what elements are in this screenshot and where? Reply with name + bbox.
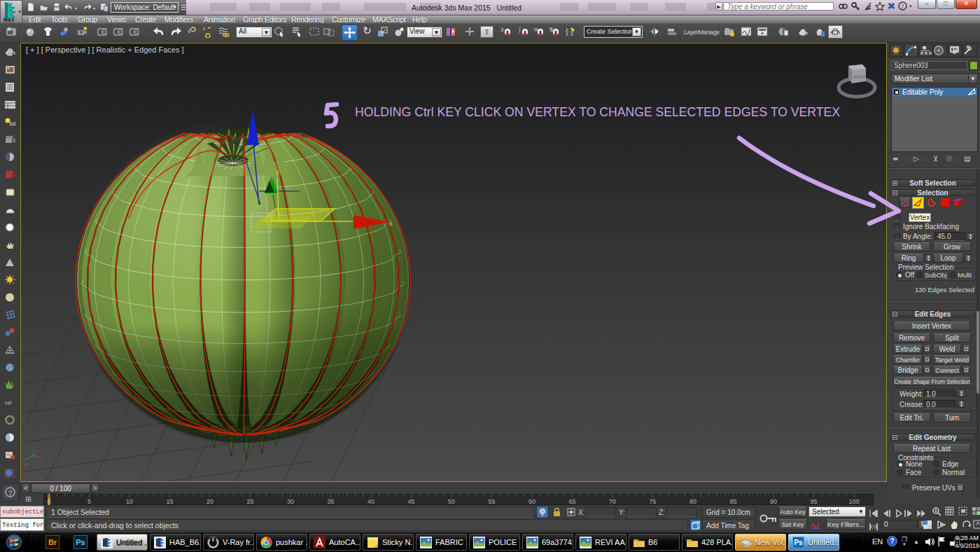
svg-text:x: x: [24, 462, 27, 468]
svg-text:50: 50: [448, 498, 455, 505]
svg-text:25: 25: [246, 498, 253, 505]
svg-text:55: 55: [488, 498, 495, 505]
svg-text:x: x: [389, 220, 393, 227]
svg-text:10: 10: [126, 498, 133, 505]
svg-text:y: y: [276, 169, 279, 176]
svg-text:95: 95: [810, 498, 817, 505]
svg-text:HF: HF: [5, 400, 13, 406]
svg-text:75: 75: [649, 498, 656, 505]
svg-text:45: 45: [407, 498, 414, 505]
svg-text:40: 40: [368, 498, 374, 505]
svg-text:20: 20: [206, 498, 214, 505]
svg-text:0: 0: [47, 498, 50, 505]
svg-text:✱: ✱: [83, 26, 88, 31]
svg-text:30: 30: [287, 498, 294, 505]
svg-text:?: ?: [901, 3, 904, 10]
svg-text:[ + ] [ Perspective ] [ Realis: [ + ] [ Perspective ] [ Realistic + Edge…: [26, 46, 184, 54]
svg-text:70: 70: [609, 498, 616, 505]
svg-text:60: 60: [528, 498, 536, 505]
svg-text:90: 90: [770, 498, 777, 505]
svg-text:⌠: ⌠: [518, 27, 522, 34]
svg-text:MAX: MAX: [4, 18, 15, 22]
svg-text:FRONT: FRONT: [853, 75, 865, 79]
svg-text:35: 35: [327, 498, 334, 505]
svg-text:80: 80: [690, 498, 696, 505]
svg-text:5: 5: [88, 498, 91, 505]
svg-text:85: 85: [729, 498, 736, 505]
svg-text:3: 3: [500, 27, 504, 33]
svg-text:65: 65: [568, 498, 575, 505]
svg-text:⇅: ⇅: [549, 27, 554, 33]
svg-text:100: 100: [848, 498, 859, 505]
svg-text:15: 15: [166, 498, 173, 505]
